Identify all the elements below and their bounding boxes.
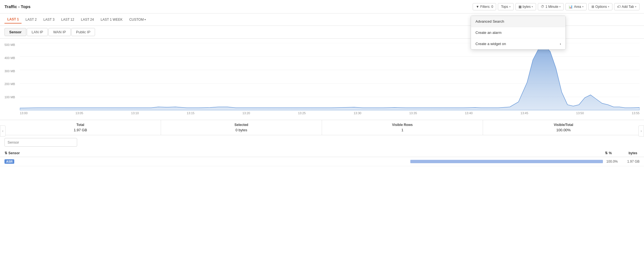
x-label-1330: 13:30	[354, 111, 361, 115]
chart-svg	[20, 43, 640, 110]
x-label-1315: 13:15	[187, 111, 195, 115]
submenu-arrow-icon: ›	[560, 42, 561, 46]
prev-arrow-button[interactable]: ‹	[0, 125, 6, 137]
tab-last1[interactable]: LAST 1	[4, 16, 22, 24]
stat-selected-label: Selected	[165, 123, 317, 127]
x-label-1300: 13:00	[20, 111, 28, 115]
progress-bar-bg	[410, 160, 603, 163]
filters-label: Filters: 0	[480, 5, 493, 9]
x-label-1325: 13:25	[298, 111, 306, 115]
subtab-sensor[interactable]: Sensor	[4, 28, 26, 36]
x-label-1350: 13:50	[576, 111, 584, 115]
minute-button[interactable]: ⏱ 1 Minute ▾	[538, 3, 564, 10]
create-widget-label: Create a widget on	[475, 42, 506, 46]
subtab-wan-ip[interactable]: WAN IP	[48, 28, 71, 36]
stat-total-label: Total	[4, 123, 156, 127]
options-label: Options	[595, 5, 607, 9]
x-label-1355: 13:55	[632, 111, 640, 115]
right-arrow-icon: ›	[641, 129, 642, 133]
row-sensor-cell: ASR	[4, 159, 410, 164]
sort-pct-icon: ⇅	[605, 151, 608, 155]
tab-last1week[interactable]: LAST 1 WEEK	[98, 16, 125, 23]
topbar-controls: ▼ Filters: 0 Tops ▾ ▦ bytes ▾ ⏱ 1 Minute…	[473, 3, 640, 10]
stat-selected: Selected 0 bytes	[161, 120, 322, 135]
advanced-search-label: Advanced Search	[475, 19, 504, 24]
col-bytes-label: bytes	[629, 151, 637, 155]
chart-icon: 📊	[569, 5, 573, 9]
progress-bar-fill	[410, 160, 603, 163]
tab-last2[interactable]: LAST 2	[23, 16, 39, 23]
x-label-1320: 13:20	[242, 111, 250, 115]
clock-icon: ⏱	[541, 5, 544, 9]
options-button[interactable]: ⊞ Options ▾	[588, 3, 612, 10]
area-label: Area	[574, 5, 581, 9]
add-tab-button[interactable]: 🏷 Add Tab ▾	[614, 3, 640, 10]
area-caret-icon: ▾	[582, 5, 584, 8]
x-label-1335: 13:35	[409, 111, 417, 115]
row-pct-cell: 100.0%	[410, 160, 620, 163]
dropdown-menu: Advanced Search Create an alarm Create a…	[471, 16, 566, 50]
minute-label: 1 Minute	[545, 5, 558, 9]
stat-visible-rows-value: 1	[326, 128, 478, 132]
grid-icon: ⊞	[591, 5, 594, 9]
tab-custom[interactable]: CUSTOM ▾	[126, 16, 149, 23]
col-pct-label: %	[609, 151, 612, 155]
dropdown-item-create-widget[interactable]: Create a widget on ›	[471, 38, 565, 49]
bytes-icon: ▦	[518, 5, 522, 9]
filters-button[interactable]: ▼ Filters: 0	[473, 3, 496, 10]
tops-button[interactable]: Tops ▾	[498, 3, 513, 10]
bytes-label: bytes	[523, 5, 531, 9]
stat-visible-total: Visible/Total 100.00%	[483, 120, 644, 135]
stats-row: Total 1.97 GB Selected 0 bytes Visible R…	[0, 120, 644, 135]
add-tab-label: Add Tab	[622, 5, 634, 9]
minute-caret-icon: ▾	[559, 5, 561, 8]
row-bytes-cell: 1.97 GB	[620, 160, 640, 163]
x-axis: 13:00 13:05 13:10 13:15 13:20 13:25 13:3…	[20, 110, 640, 116]
th-pct: ⇅ %	[605, 151, 629, 155]
bytes-caret-icon: ▾	[532, 5, 533, 8]
table-row[interactable]: ASR 100.0% 1.97 GB	[0, 157, 644, 166]
sensor-badge: ASR	[4, 159, 14, 164]
tops-caret-icon: ▾	[509, 5, 511, 8]
add-tab-caret-icon: ▾	[635, 5, 636, 8]
left-arrow-icon: ‹	[2, 129, 3, 133]
stat-visible-rows: Visible Rows 1	[322, 120, 483, 135]
topbar: Traffic - Tops ▼ Filters: 0 Tops ▾ ▦ byt…	[0, 0, 644, 13]
pct-label: 100.0%	[605, 160, 618, 163]
tab-last3[interactable]: LAST 3	[41, 16, 57, 23]
x-label-1310: 13:10	[131, 111, 139, 115]
col-sensor-label: Sensor	[8, 151, 20, 155]
stat-visible-rows-label: Visible Rows	[326, 123, 478, 127]
y-label-300: 300 MB	[4, 69, 20, 73]
sort-sensor-icon: ⇅	[4, 151, 7, 155]
y-label-100: 100 MB	[4, 95, 20, 99]
dropdown-item-create-alarm[interactable]: Create an alarm	[471, 27, 565, 38]
sensor-search-input[interactable]	[4, 138, 77, 147]
dropdown-item-advanced-search[interactable]: Advanced Search	[471, 16, 565, 27]
search-row	[0, 135, 644, 149]
x-label-1340: 13:40	[465, 111, 473, 115]
custom-label: CUSTOM	[129, 18, 144, 22]
chart-container: 500 MB 400 MB 300 MB 200 MB 100 MB	[0, 39, 644, 120]
th-sensor: ⇅ Sensor	[4, 151, 605, 155]
subtab-public-ip[interactable]: Public IP	[71, 28, 95, 36]
stat-total: Total 1.97 GB	[0, 120, 161, 135]
tops-label: Tops	[501, 5, 508, 9]
x-label-1345: 13:45	[520, 111, 528, 115]
y-label-400: 400 MB	[4, 56, 20, 60]
create-alarm-label: Create an alarm	[475, 31, 501, 35]
page-title: Traffic - Tops	[4, 4, 30, 9]
tab-last24[interactable]: LAST 24	[78, 16, 96, 23]
subtab-lan-ip[interactable]: LAN IP	[27, 28, 48, 36]
y-label-200: 200 MB	[4, 82, 20, 86]
tab-last12[interactable]: LAST 12	[58, 16, 77, 23]
table-header: ⇅ Sensor ⇅ % bytes	[0, 149, 644, 157]
chart-inner	[20, 43, 640, 110]
stat-visible-total-label: Visible/Total	[487, 123, 640, 127]
filter-icon: ▼	[476, 5, 479, 9]
bytes-button[interactable]: ▦ bytes ▾	[515, 3, 536, 10]
area-button[interactable]: 📊 Area ▾	[565, 3, 586, 10]
next-arrow-button[interactable]: ›	[638, 125, 644, 137]
y-label-500: 500 MB	[4, 43, 20, 46]
y-axis-labels: 500 MB 400 MB 300 MB 200 MB 100 MB	[4, 43, 20, 109]
